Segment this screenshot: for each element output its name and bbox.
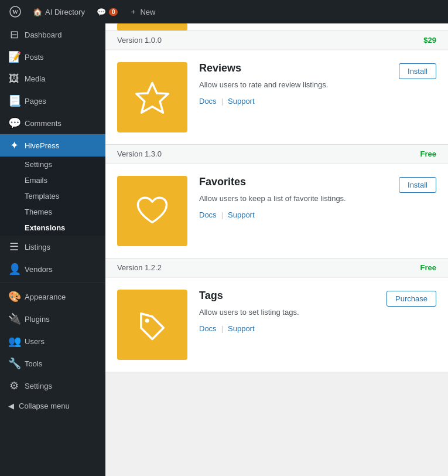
ext-card-favorites: Favorites Allow users to keep a list of … [105, 164, 448, 277]
sidebar-item-label: Pages [25, 97, 46, 106]
site-name-button[interactable]: 🏠 AI Directory [28, 0, 90, 23]
sidebar-item-comments[interactable]: 💬 Comments [0, 112, 105, 134]
ext-info-reviews: Reviews Allow users to rate and review l… [199, 62, 387, 132]
ext-card-reviews: Reviews Allow users to rate and review l… [105, 50, 448, 163]
ext-icon-reviews [117, 62, 187, 132]
listings-icon: ☰ [8, 240, 20, 253]
svg-marker-2 [136, 83, 168, 113]
dashboard-icon: ⊟ [8, 28, 20, 41]
ext-info-favorites: Favorites Allow users to keep a list of … [199, 176, 387, 246]
sidebar-item-settings[interactable]: ⚙ Settings [0, 375, 105, 397]
ext-support-link-favorites[interactable]: Support [228, 210, 255, 219]
posts-icon: 📝 [8, 50, 20, 63]
ext-links-reviews: Docs | Support [199, 97, 387, 106]
ext-link-sep-tags: | [221, 324, 223, 333]
ext-version-partial: Version 1.0.0 [117, 36, 162, 45]
ext-version-reviews: Version 1.3.0 [117, 149, 162, 158]
new-content-button[interactable]: ＋ New [125, 0, 160, 23]
install-button-reviews[interactable]: Install [399, 63, 436, 79]
ext-price-partial: $29 [423, 36, 436, 45]
install-button-favorites[interactable]: Install [399, 177, 436, 193]
sidebar-item-users[interactable]: 👥 Users [0, 330, 105, 352]
ext-actions-favorites: Install [399, 176, 436, 246]
admin-bar: W 🏠 AI Directory 💬 0 ＋ New [0, 0, 448, 23]
site-name-label: AI Directory [45, 8, 85, 16]
sidebar-item-dashboard[interactable]: ⊟ Dashboard [0, 23, 105, 46]
plus-icon: ＋ [129, 6, 137, 17]
collapse-label: Collapse menu [19, 402, 70, 410]
ext-link-sep-reviews: | [221, 97, 223, 106]
comment-count: 0 [109, 8, 118, 16]
sidebar-item-tools[interactable]: 🔧 Tools [0, 352, 105, 375]
sidebar-item-hivepress[interactable]: ✦ HivePress [0, 134, 105, 157]
collapse-menu-button[interactable]: ◀ Collapse menu [0, 397, 105, 420]
ext-title-reviews: Reviews [199, 62, 387, 74]
purchase-button-tags[interactable]: Purchase [387, 291, 436, 307]
comments-icon: 💬 [8, 117, 20, 130]
sidebar-item-plugins[interactable]: 🔌 Plugins [0, 308, 105, 330]
ext-docs-link-reviews[interactable]: Docs [199, 97, 217, 106]
wp-logo-button[interactable]: W [5, 0, 26, 23]
sidebar-item-label: Tools [25, 359, 42, 368]
sidebar-item-label: HivePress [25, 141, 59, 150]
ext-docs-link-tags[interactable]: Docs [199, 324, 217, 333]
ext-icon-tags [117, 290, 187, 360]
vendors-icon: 👤 [8, 263, 20, 276]
media-icon: 🖼 [8, 73, 20, 85]
settings-icon: ⚙ [8, 379, 20, 392]
ext-version-favorites: Version 1.2.2 [117, 263, 162, 272]
sidebar-item-label: Dashboard [25, 30, 62, 39]
ext-support-link-reviews[interactable]: Support [228, 97, 255, 106]
hivepress-icon: ✦ [8, 139, 20, 152]
sidebar-item-label: Vendors [25, 265, 53, 274]
users-icon: 👥 [8, 335, 20, 348]
ext-footer-partial: Version 1.0.0 $29 [105, 30, 448, 49]
ext-info-tags: Tags Allow users to set listing tags. Do… [199, 290, 375, 360]
comments-button[interactable]: 💬 0 [92, 0, 123, 23]
sidebar-item-vendors[interactable]: 👤 Vendors [0, 258, 105, 280]
ext-desc-tags: Allow users to set listing tags. [199, 307, 375, 318]
sidebar-item-pages[interactable]: 📃 Pages [0, 90, 105, 112]
sidebar-item-hp-themes[interactable]: Themes [0, 204, 105, 220]
ext-price-favorites: Free [420, 263, 436, 272]
sidebar-divider [0, 283, 105, 283]
sidebar-item-label: Users [25, 337, 45, 346]
sidebar-item-label: Plugins [25, 315, 50, 324]
ext-actions-tags: Purchase [387, 290, 436, 360]
sidebar-item-listings[interactable]: ☰ Listings [0, 236, 105, 258]
appearance-icon: 🎨 [8, 290, 20, 303]
ext-actions-reviews: Install [399, 62, 436, 132]
ext-price-reviews: Free [420, 149, 436, 158]
sidebar-item-hp-templates[interactable]: Templates [0, 188, 105, 204]
main-content: Version 1.0.0 $29 Reviews Allow users to… [105, 23, 448, 476]
ext-card-partial: Version 1.0.0 $29 [105, 23, 448, 49]
collapse-icon: ◀ [8, 402, 14, 410]
ext-title-tags: Tags [199, 290, 375, 302]
tools-icon: 🔧 [8, 357, 20, 370]
svg-point-3 [145, 319, 149, 323]
ext-docs-link-favorites[interactable]: Docs [199, 210, 217, 219]
sidebar-item-label: Comments [25, 119, 61, 128]
sidebar-item-label: Posts [25, 53, 44, 62]
sidebar: ⊟ Dashboard 📝 Posts 🖼 Media 📃 Pages 💬 Co… [0, 23, 105, 476]
sidebar-item-label: Media [25, 74, 45, 83]
ext-desc-favorites: Allow users to keep a list of favorite l… [199, 193, 387, 205]
sidebar-item-hp-settings[interactable]: Settings [0, 157, 105, 172]
hivepress-submenu: Settings Emails Templates Themes Extensi… [0, 157, 105, 236]
ext-icon-favorites [117, 176, 187, 246]
ext-card-tags: Tags Allow users to set listing tags. Do… [105, 278, 448, 372]
plugins-icon: 🔌 [8, 312, 20, 325]
sidebar-item-label: Settings [25, 382, 52, 390]
extensions-list: Version 1.0.0 $29 Reviews Allow users to… [105, 23, 448, 372]
sidebar-item-posts[interactable]: 📝 Posts [0, 46, 105, 68]
ext-footer-favorites: Version 1.2.2 Free [105, 258, 448, 277]
ext-link-sep-favorites: | [221, 210, 223, 219]
home-icon: 🏠 [33, 8, 42, 16]
sidebar-item-hp-extensions[interactable]: Extensions [0, 220, 105, 236]
ext-support-link-tags[interactable]: Support [228, 324, 255, 333]
sidebar-item-label: Appearance [25, 293, 66, 301]
sidebar-item-appearance[interactable]: 🎨 Appearance [0, 285, 105, 308]
sidebar-item-hp-emails[interactable]: Emails [0, 172, 105, 188]
ext-links-tags: Docs | Support [199, 324, 375, 333]
sidebar-item-media[interactable]: 🖼 Media [0, 68, 105, 90]
